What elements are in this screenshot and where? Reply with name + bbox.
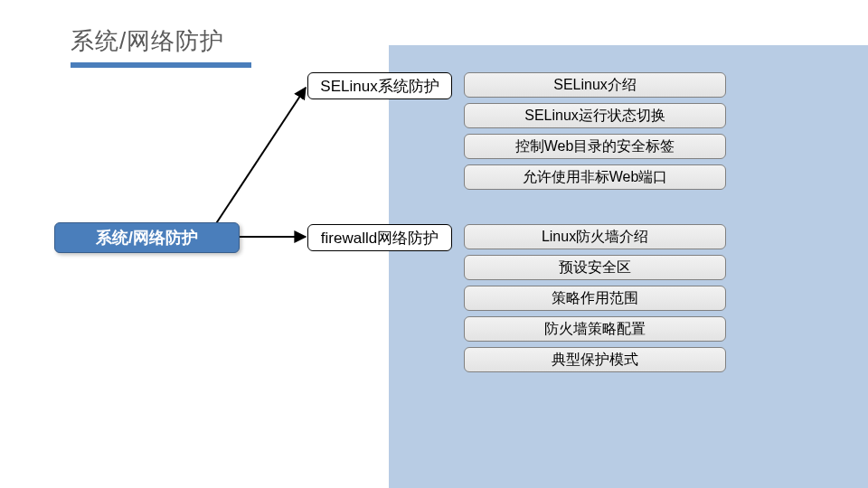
leaf-node: 典型保护模式 <box>464 347 726 372</box>
leaf-node: SELinux介绍 <box>464 72 726 98</box>
branch-node-label: SELinux系统防护 <box>320 76 439 97</box>
leaf-node: 允许使用非标Web端口 <box>464 164 726 190</box>
svg-line-0 <box>210 88 306 233</box>
leaf-label: 策略作用范围 <box>552 289 638 308</box>
leaf-node: 预设安全区 <box>464 255 726 280</box>
page-title-block: 系统/网络防护 <box>71 25 251 68</box>
leaf-node: 防火墙策略配置 <box>464 316 726 342</box>
leaf-label: 允许使用非标Web端口 <box>523 168 668 187</box>
root-node-label: 系统/网络防护 <box>96 227 198 249</box>
branch-node-selinux: SELinux系统防护 <box>307 72 452 99</box>
branch-node-firewalld: firewalld网络防护 <box>307 224 452 251</box>
leaf-label: Linux防火墙介绍 <box>542 228 648 247</box>
leaf-node: 控制Web目录的安全标签 <box>464 134 726 159</box>
leaf-label: SELinux介绍 <box>553 76 637 95</box>
leaf-node: Linux防火墙介绍 <box>464 224 726 249</box>
page-title: 系统/网络防护 <box>71 25 251 57</box>
branch-node-label: firewalld网络防护 <box>321 228 439 249</box>
leaf-node: 策略作用范围 <box>464 286 726 311</box>
leaf-node: SELinux运行状态切换 <box>464 103 726 128</box>
leaf-label: 控制Web目录的安全标签 <box>515 137 675 156</box>
leaf-label: 典型保护模式 <box>552 351 638 370</box>
leaf-label: 预设安全区 <box>559 258 631 277</box>
leaf-label: 防火墙策略配置 <box>544 320 646 339</box>
diagram-stage: 系统/网络防护 系统/网络防护 SELinux系统防护 SELinux介绍 SE… <box>0 0 868 488</box>
leaf-label: SELinux运行状态切换 <box>524 107 665 126</box>
root-node: 系统/网络防护 <box>54 222 240 253</box>
title-underline <box>71 62 251 68</box>
